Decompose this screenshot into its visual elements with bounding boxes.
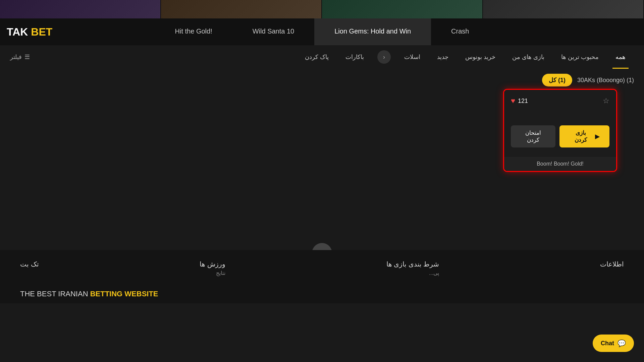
footer-col-takbet-title: تک بت [20,260,39,268]
nav-item-my-games[interactable]: بازی های من [504,45,553,69]
footer-col-betting: شرط بندی بازی ها پی... [386,260,439,276]
nav-item-baccarat[interactable]: باکارات [337,45,372,69]
nav-bar: همه محبوب ترین ها بازی های من خرید بونوس… [0,45,644,69]
like-row: 121 ♥ [511,97,528,105]
tagline-highlight: BETTING WEBSITE [90,290,158,298]
footer-col-sports-item: نتایج [200,270,225,276]
nav-item-new[interactable]: جدید [429,45,457,69]
like-count: 121 [518,98,528,105]
filter-icon: ☰ [24,53,30,61]
top-banner: TAK BET Crash Lion Gems: Hold and Win Wi… [0,18,644,45]
logo-bet: BET [28,26,52,38]
nav-filter[interactable]: ☰ فیلتر [10,53,30,61]
nav-item-slots[interactable]: اسلات [396,45,429,69]
tab-wild-santa[interactable]: Wild Santa 10 [232,18,315,45]
main-content: 30AKs (Booongo) (1) (1) کل ☆ 121 ♥ ▶ باز… [0,69,644,303]
game-card-area: ☆ 121 ♥ ▶ بازی کردن امتحان کردن !Boom! B… [503,89,617,172]
tab-crash[interactable]: Crash [431,18,489,45]
results-badge[interactable]: (1) کل [542,74,572,86]
game-name: !Boom! Boom! Gold [537,161,584,167]
preview-seg-2 [322,0,483,18]
tab-lion-gems[interactable]: Lion Gems: Hold and Win [314,18,431,45]
footer-col-info-title: اطلاعات [600,260,624,268]
logo-tak: TAK [7,26,28,38]
star-icon[interactable]: ☆ [603,97,609,105]
nav-item-all[interactable]: همه [607,45,634,69]
footer-columns-row: اطلاعات شرط بندی بازی ها پی... ورزش ها ن… [0,250,644,286]
card-buttons: ▶ بازی کردن امتحان کردن [511,125,609,147]
footer-col-info: اطلاعات [600,260,624,270]
game-card-footer: !Boom! Boom! Gold [504,157,616,171]
preview-seg-4 [0,0,161,18]
chat-button[interactable]: 💬 Chat [593,335,634,352]
footer-col-sports-title: ورزش ها [200,260,225,268]
chat-bubble-icon: 💬 [618,339,626,347]
footer-tagline: THE BEST IRANIAN BETTING WEBSITE [0,286,644,303]
top-preview-banner [0,0,644,18]
demo-button[interactable]: امتحان کردن [511,125,555,147]
filter-label: فیلتر [10,53,22,61]
heart-icon[interactable]: ♥ [511,97,515,105]
logo[interactable]: TAK BET [7,26,52,38]
footer-section: اطلاعات شرط بندی بازی ها پی... ورزش ها ن… [0,250,644,303]
results-bar: 30AKs (Booongo) (1) (1) کل [542,74,634,86]
nav-back-button[interactable]: ‹ [377,50,391,64]
footer-col-sports: ورزش ها نتایج [200,260,225,276]
game-card: ☆ 121 ♥ ▶ بازی کردن امتحان کردن !Boom! B… [503,89,617,172]
footer-col-betting-title: شرط بندی بازی ها [386,260,439,268]
play-icon: ▶ [595,133,599,140]
footer-col-betting-item: پی... [386,270,439,276]
tagline-plain: THE BEST IRANIAN [20,290,88,298]
footer-col-takbet: تک بت [20,260,39,270]
preview-seg-1 [483,0,644,18]
nav-item-popular[interactable]: محبوب ترین ها [553,45,607,69]
tab-hit-gold[interactable]: !Hit the Gold [155,18,232,45]
card-top-row: ☆ 121 ♥ [511,97,609,105]
play-label: بازی کردن [570,129,592,143]
play-button[interactable]: ▶ بازی کردن [559,125,609,147]
results-text: 30AKs (Booongo) (1) [577,77,634,84]
nav-item-clear[interactable]: پاک کردن [297,45,337,69]
nav-item-buy-bonus[interactable]: خرید بونوس [457,45,504,69]
chat-label: Chat [601,340,614,347]
game-card-inner: ☆ 121 ♥ ▶ بازی کردن امتحان کردن [504,90,616,157]
preview-seg-3 [161,0,322,18]
banner-tabs: Crash Lion Gems: Hold and Win Wild Santa… [0,18,644,45]
